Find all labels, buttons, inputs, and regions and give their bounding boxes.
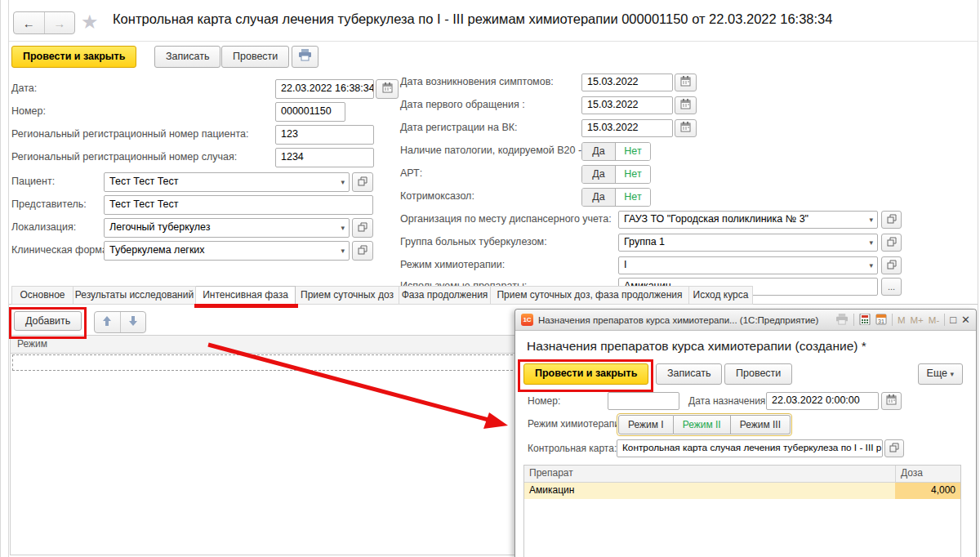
clinical-form-open-button[interactable] [352, 241, 373, 261]
tb-group-value: Группа 1 [624, 236, 665, 247]
favorite-star-icon[interactable]: ★ [81, 11, 99, 33]
window-left-edge [0, 0, 1, 557]
control-card-input[interactable]: Контрольная карта случая лечения туберку… [617, 439, 883, 457]
mode-2-button[interactable]: Режим II [674, 415, 731, 434]
vk-date-label: Дата регистрации на ВК: [400, 122, 518, 133]
drugs-ellipsis-button[interactable]: ... [881, 278, 902, 296]
tab-continuation-phase[interactable]: Фаза продолжения [399, 286, 491, 305]
dropdown-icon[interactable]: ▾ [869, 212, 873, 228]
tb-group-label: Группа больных туберкулезом: [400, 236, 547, 247]
number-input[interactable]: 000001150 [275, 102, 345, 122]
art-no-button[interactable]: Нет [616, 166, 650, 183]
organization-combo[interactable]: ГАУЗ ТО "Городская поликлиника № 3" ▾ [618, 211, 878, 229]
tb-group-combo[interactable]: Группа 1 ▾ [618, 234, 878, 252]
chemo-mode-combo[interactable]: I ▾ [618, 256, 878, 274]
dialog-date-label: Дата назначения: [688, 395, 768, 407]
cotrimoxazole-yes-button[interactable]: Да [582, 189, 616, 206]
art-label: АРТ: [400, 167, 422, 179]
tab-main[interactable]: Основное [11, 286, 74, 305]
dose-cell[interactable]: 4,000 [895, 483, 960, 499]
post-and-close-button[interactable]: Провести и закрыть [11, 46, 136, 68]
dialog-heading: Назначения препаратов курса химиотерапии… [527, 339, 866, 354]
drug-assignment-dialog: 1С Назначения препаратов курса химиотера… [514, 309, 977, 557]
tab-intensive-phase[interactable]: Интенсивная фаза [196, 286, 296, 305]
tb-group-open-button[interactable] [881, 234, 902, 252]
dialog-post-button[interactable]: Провести [724, 363, 792, 385]
dialog-number-label: Номер: [528, 395, 560, 407]
dialog-post-and-close-button[interactable]: Провести и закрыть [523, 363, 648, 385]
clinical-form-combo[interactable]: Туберкулема легких ▾ [104, 241, 350, 261]
first-visit-date-input[interactable]: 15.03.2022 [581, 96, 673, 114]
table-row[interactable]: Амикацин 4,000 [524, 483, 960, 499]
post-button[interactable]: Провести [221, 46, 289, 68]
memory-m-plus-button[interactable]: M+ [911, 315, 924, 325]
mode-1-button[interactable]: Режим I [618, 415, 674, 434]
back-icon[interactable]: ← [14, 12, 45, 33]
localization-combo[interactable]: Легочный туберкулез ▾ [104, 218, 350, 238]
drug-column-header: Препарат [524, 466, 895, 482]
dropdown-icon[interactable]: ▾ [341, 173, 345, 191]
art-yes-button[interactable]: Да [582, 166, 616, 183]
move-down-button[interactable] [121, 312, 146, 332]
cotrimoxazole-label: Котримоксазол: [400, 190, 474, 202]
drug-table[interactable]: Препарат Доза Амикацин 4,000 [523, 465, 961, 557]
dropdown-icon[interactable]: ▾ [869, 257, 873, 274]
control-card-open-button[interactable] [884, 439, 904, 457]
up-arrow-icon [102, 315, 112, 330]
organization-open-button[interactable] [881, 211, 902, 229]
move-up-button[interactable] [95, 312, 121, 332]
dialog-number-input[interactable] [608, 392, 679, 410]
representative-label: Представитель: [11, 198, 87, 210]
representative-input[interactable]: Тест Тест Тест [104, 195, 373, 215]
maximize-icon[interactable]: □ [950, 314, 956, 325]
b20-no-button[interactable]: Нет [616, 143, 650, 160]
dialog-print-icon[interactable] [835, 314, 849, 327]
vk-date-input[interactable]: 15.03.2022 [581, 119, 673, 137]
b20-yes-button[interactable]: Да [582, 143, 616, 160]
dropdown-icon[interactable]: ▾ [341, 242, 345, 260]
tab-daily-doses-continuation[interactable]: Прием суточных доз, фаза продолжения [491, 286, 689, 305]
date-label: Дата: [11, 82, 37, 94]
print-button[interactable] [292, 46, 318, 68]
reg-patient-input[interactable]: 123 [275, 125, 374, 145]
date-calendar-button[interactable] [376, 79, 399, 99]
clinical-form-value: Туберкулема легких [109, 244, 205, 256]
add-button[interactable]: Добавить [14, 311, 82, 331]
chemo-mode-open-button[interactable] [881, 256, 902, 274]
date-input[interactable]: 22.03.2022 16:38:34 [275, 79, 374, 99]
drug-cell[interactable]: Амикацин [524, 483, 895, 499]
close-icon[interactable]: ✕ [961, 314, 970, 325]
calculator-icon[interactable] [859, 314, 871, 327]
symptoms-date-input[interactable]: 15.03.2022 [581, 74, 673, 91]
tab-course-outcome[interactable]: Исход курса [689, 286, 753, 305]
dialog-date-input[interactable]: 22.03.2022 0:00:00 [766, 392, 879, 410]
down-arrow-icon [128, 315, 138, 330]
tab-research-results[interactable]: Результаты исследований [74, 286, 196, 305]
header-separator [9, 41, 978, 42]
open-link-icon [358, 175, 368, 189]
nav-history-group: ← → [13, 11, 75, 34]
localization-open-button[interactable] [352, 218, 373, 238]
patient-open-button[interactable] [352, 172, 373, 192]
tab-daily-doses[interactable]: Прием суточных доз [296, 286, 399, 305]
vk-calendar-button[interactable] [675, 119, 697, 137]
forward-icon[interactable]: → [45, 12, 75, 33]
dropdown-icon[interactable]: ▾ [869, 234, 873, 251]
cotrimoxazole-no-button[interactable]: Нет [616, 189, 650, 206]
dialog-save-button[interactable]: Записать [656, 363, 722, 385]
dialog-date-calendar-button[interactable] [881, 392, 902, 410]
dialog-titlebar[interactable]: 1С Назначения препаратов курса химиотера… [515, 310, 976, 331]
memory-m-button[interactable]: M [898, 315, 906, 325]
patient-value: Тест Тест Тест [109, 176, 179, 187]
save-button[interactable]: Записать [154, 46, 220, 68]
mode-3-button[interactable]: Режим III [731, 415, 791, 434]
calendar-31-icon[interactable]: 31 [875, 314, 887, 327]
symptoms-calendar-button[interactable] [675, 74, 697, 91]
memory-m-minus-button[interactable]: M- [929, 315, 939, 325]
reg-case-input[interactable]: 1234 [275, 148, 374, 167]
dialog-more-button[interactable]: Еще ▾ [918, 363, 963, 385]
dropdown-icon[interactable]: ▾ [341, 219, 345, 237]
patient-combo[interactable]: Тест Тест Тест ▾ [104, 172, 350, 192]
calendar-icon [886, 394, 897, 408]
first-visit-calendar-button[interactable] [675, 96, 697, 114]
